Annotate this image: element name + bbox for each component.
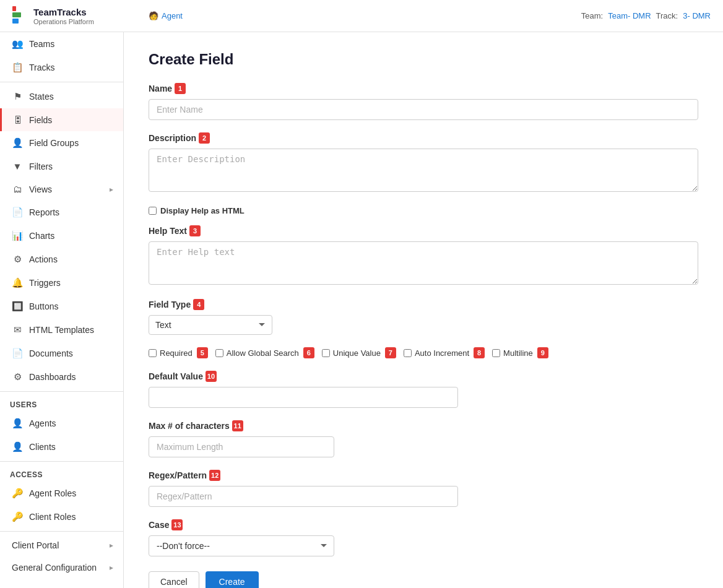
sidebar-item-label: Filters	[29, 162, 53, 171]
create-button[interactable]: Create	[206, 571, 259, 588]
divider-users	[0, 391, 123, 392]
reports-icon: 📄	[12, 207, 23, 218]
states-icon: ⚑	[12, 91, 23, 102]
required-label[interactable]: Required	[160, 348, 193, 358]
help-text-field: Help Text 3	[149, 225, 698, 287]
sidebar-item-label: Field Groups	[29, 138, 79, 148]
sidebar-item-label: Tracks	[29, 63, 54, 72]
sidebar-item-client-portal[interactable]: Client Portal ▸	[0, 534, 123, 556]
sidebar-item-field-groups[interactable]: 👤 Field Groups	[0, 131, 123, 155]
sidebar-item-general-config[interactable]: General Configuration ▸	[0, 556, 123, 579]
case-badge: 13	[171, 519, 183, 530]
allow-global-search-checkbox[interactable]	[215, 349, 223, 357]
help-text-input[interactable]	[149, 241, 698, 285]
agent-roles-icon: 🔑	[12, 488, 23, 499]
sidebar-item-tracks[interactable]: 📋 Tracks	[0, 56, 123, 79]
header-right: Team: Team- DMR Track: 3- DMR	[581, 11, 711, 20]
auto-increment-checkbox[interactable]	[404, 349, 412, 357]
required-checkbox-item: Required 5	[149, 347, 208, 358]
app-title: TeamTracks	[33, 7, 94, 18]
display-help-html-label[interactable]: Display Help as HTML	[160, 206, 245, 215]
users-section-header: Users	[0, 394, 123, 412]
required-checkbox[interactable]	[149, 349, 157, 357]
sidebar-item-agent-roles[interactable]: 🔑 Agent Roles	[0, 482, 123, 505]
clients-icon: 👤	[12, 441, 23, 452]
regex-badge: 12	[209, 470, 220, 481]
case-select[interactable]: --Don't force-- Uppercase Lowercase Titl…	[149, 535, 334, 556]
header-nav: 🧑 Agent	[136, 11, 581, 20]
sidebar-item-teams[interactable]: 👥 Teams	[0, 32, 123, 56]
sidebar-item-client-roles[interactable]: 🔑 Client Roles	[0, 505, 123, 529]
sidebar-item-views[interactable]: 🗂 Views ▸	[0, 178, 123, 201]
sidebar-item-label: Actions	[29, 254, 58, 264]
max-chars-input[interactable]	[149, 436, 334, 457]
sidebar-item-label: Reports	[29, 207, 59, 217]
default-value-input[interactable]	[149, 387, 458, 408]
top-header: TeamTracks Operations Platform 🧑 Agent T…	[0, 0, 723, 32]
divider	[0, 82, 123, 82]
sidebar-item-label: Dashboards	[29, 372, 76, 382]
allow-global-search-checkbox-item: Allow Global Search 6	[215, 347, 314, 358]
sidebar-item-clients[interactable]: 👤 Clients	[0, 435, 123, 459]
sidebar-item-charts[interactable]: 📊 Charts	[0, 224, 123, 248]
field-groups-icon: 👤	[12, 137, 23, 149]
sidebar-item-html-templates[interactable]: ✉ HTML Templates	[0, 318, 123, 342]
chevron-down-icon-2: ▸	[110, 563, 113, 572]
display-help-html-checkbox[interactable]	[149, 207, 157, 215]
auto-increment-badge: 8	[474, 347, 485, 358]
logo-icon	[12, 6, 27, 26]
sidebar-item-agents[interactable]: 👤 Agents	[0, 412, 123, 435]
triggers-icon: 🔔	[12, 277, 23, 288]
sidebar-item-reports[interactable]: 📄 Reports	[0, 201, 123, 224]
description-input[interactable]	[149, 149, 698, 192]
unique-value-badge: 7	[385, 347, 396, 358]
default-value-label: Default Value 10	[149, 371, 698, 382]
sidebar-item-fields[interactable]: 🎛 Fields	[0, 108, 123, 131]
access-section-header: Access	[0, 464, 123, 482]
sidebar-item-label: Charts	[29, 231, 54, 241]
field-type-label: Field Type 4	[149, 299, 698, 310]
logo-text: TeamTracks Operations Platform	[33, 7, 94, 25]
name-input[interactable]	[149, 99, 698, 120]
description-badge: 2	[199, 132, 210, 144]
filters-icon: ▼	[12, 161, 23, 171]
sidebar-item-buttons[interactable]: 🔲 Buttons	[0, 295, 123, 318]
main-layout: 👥 Teams 📋 Tracks ⚑ States 🎛 Fields 👤 Fie…	[0, 32, 723, 588]
multiline-checkbox[interactable]	[492, 349, 500, 357]
agent-link[interactable]: 🧑 Agent	[149, 11, 183, 20]
name-field: Name 1	[149, 83, 698, 120]
multiline-label[interactable]: Multiline	[503, 348, 533, 358]
sidebar-item-label: Fields	[29, 115, 52, 125]
regex-input[interactable]	[149, 486, 458, 507]
cancel-button[interactable]: Cancel	[149, 571, 199, 588]
unique-value-label[interactable]: Unique Value	[333, 348, 381, 358]
sidebar-item-label: Views	[29, 184, 52, 194]
case-label: Case 13	[149, 519, 698, 530]
documents-icon: 📄	[12, 348, 23, 359]
teams-icon: 👥	[12, 38, 23, 50]
sidebar-item-triggers[interactable]: 🔔 Triggers	[0, 271, 123, 295]
sidebar-item-label: HTML Templates	[29, 325, 94, 335]
buttons-icon: 🔲	[12, 301, 23, 312]
unique-value-checkbox[interactable]	[322, 349, 330, 357]
field-type-select[interactable]: Text Number Date Dropdown Checkbox File	[149, 315, 272, 335]
allow-global-search-badge: 6	[303, 347, 314, 358]
name-badge: 1	[175, 83, 186, 94]
sidebar-item-dashboards[interactable]: ⚙ Dashboards	[0, 365, 123, 389]
form-buttons: Cancel Create	[149, 571, 698, 588]
sidebar-item-documents[interactable]: 📄 Documents	[0, 342, 123, 365]
sidebar-item-actions[interactable]: ⚙ Actions	[0, 248, 123, 271]
html-templates-icon: ✉	[12, 324, 23, 335]
max-chars-label: Max # of characters 11	[149, 420, 698, 431]
charts-icon: 📊	[12, 230, 23, 241]
divider-access	[0, 461, 123, 462]
sidebar-item-states[interactable]: ⚑ States	[0, 85, 123, 108]
description-field: Description 2	[149, 132, 698, 194]
auto-increment-label[interactable]: Auto Increment	[415, 348, 469, 358]
allow-global-search-label[interactable]: Allow Global Search	[227, 348, 299, 358]
agents-icon: 👤	[12, 418, 23, 429]
logo-area: TeamTracks Operations Platform	[12, 6, 136, 26]
sidebar-item-filters[interactable]: ▼ Filters	[0, 155, 123, 178]
multiline-checkbox-item: Multiline 9	[492, 347, 548, 358]
actions-icon: ⚙	[12, 254, 23, 265]
